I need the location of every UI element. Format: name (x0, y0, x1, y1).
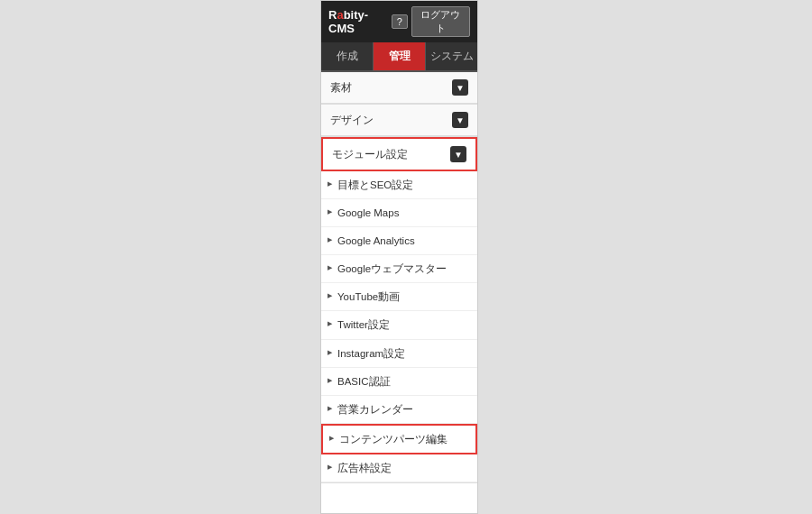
section-sozai: 素材 ▼ (321, 72, 477, 105)
tab-create[interactable]: 作成 (321, 42, 374, 70)
menu-item-google-analytics[interactable]: Google Analytics (321, 227, 477, 255)
menu-item-instagram[interactable]: Instagram設定 (321, 340, 477, 368)
help-button[interactable]: ? (392, 14, 408, 29)
section-design: デザイン ▼ (321, 105, 477, 137)
menu-item-twitter[interactable]: Twitter設定 (321, 311, 477, 339)
sozai-dropdown-icon: ▼ (452, 79, 468, 96)
module-dropdown-icon: ▼ (450, 146, 466, 162)
menu-item-goal-seo[interactable]: 目標とSEO設定 (321, 171, 477, 199)
logout-button[interactable]: ログアウト (411, 6, 470, 37)
menu-item-youtube[interactable]: YouTube動画 (321, 283, 477, 311)
design-dropdown-icon: ▼ (452, 112, 468, 128)
menu-item-ad-frame[interactable]: 広告枠設定 (321, 454, 477, 482)
tab-manage[interactable]: 管理 (374, 42, 426, 70)
brand-logo: Rabity-CMS (328, 8, 392, 35)
menu-item-calendar[interactable]: 営業カレンダー ↓ (321, 396, 477, 424)
section-module: モジュール設定 ▼ ↓ 目標とSEO設定 Google Maps Google … (321, 137, 477, 483)
section-sozai-label: 素材 (330, 80, 352, 96)
menu-item-google-maps[interactable]: Google Maps (321, 199, 477, 227)
nav-tabs: 作成 管理 システム (321, 42, 477, 72)
section-module-label: モジュール設定 (332, 147, 408, 162)
section-design-label: デザイン (330, 113, 374, 128)
header-actions: ? ログアウト (392, 6, 470, 37)
menu-item-basic[interactable]: BASIC認証 (321, 368, 477, 396)
menu-item-google-webmaster[interactable]: Googleウェブマスター (321, 255, 477, 283)
section-design-header[interactable]: デザイン ▼ (321, 105, 477, 136)
menu-item-content-parts[interactable]: コンテンツパーツ編集 (321, 424, 477, 454)
section-sozai-header[interactable]: 素材 ▼ (321, 72, 477, 104)
tab-system[interactable]: システム (426, 42, 477, 70)
header: Rabity-CMS ? ログアウト (321, 1, 477, 42)
section-module-header[interactable]: モジュール設定 ▼ ↓ (321, 137, 477, 171)
